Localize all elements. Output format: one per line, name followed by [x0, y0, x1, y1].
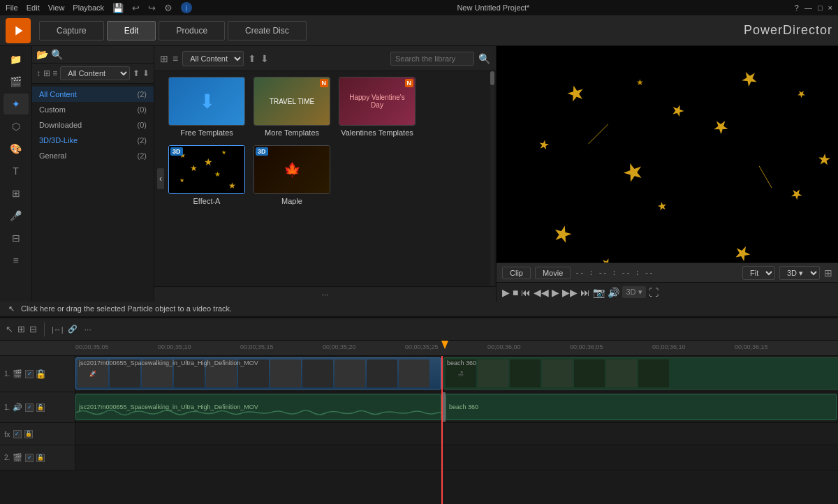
maximize-btn[interactable]: □	[818, 3, 823, 12]
search-btn[interactable]: 🔍	[478, 53, 490, 64]
fx-visibility[interactable]: ✓	[13, 430, 22, 438]
track-2-lock[interactable]: 🔓	[36, 454, 45, 462]
subtitle-icon[interactable]: ≡	[3, 250, 29, 271]
play2-btn[interactable]: ▶	[552, 287, 559, 298]
left-panel: 📁 🎬 ✦ ⬡ 🎨 T ⊞ 🎤 ⊟ ≡	[0, 46, 32, 302]
clip-mode-btn[interactable]: Clip	[502, 267, 531, 279]
edit-button[interactable]: Edit	[107, 21, 156, 40]
audio-1-header: 1. 🔊 ✓ 🔓	[0, 392, 75, 422]
fullscreen-btn[interactable]: ⛶	[649, 287, 659, 298]
fx-lock[interactable]: 🔓	[24, 430, 33, 438]
media-icon[interactable]: 🎬	[3, 71, 29, 92]
import-icon[interactable]: 📁	[3, 49, 29, 70]
scroll-left-btn[interactable]: ‹	[157, 168, 164, 189]
template-valentines-label: Valentines Templates	[341, 128, 413, 137]
video-clip-2[interactable]: 🏖 beach 360	[443, 357, 838, 390]
fx-track-content	[75, 423, 838, 445]
play-btn[interactable]: ▶	[502, 287, 510, 298]
tl-zoom-btn[interactable]: ⊟	[29, 324, 37, 334]
track-1-lock[interactable]: 🔓	[36, 370, 45, 378]
timeline-toolbar: ↖ ⊞ ⊟ |↔| 🔗 ···	[0, 318, 838, 341]
undo-icon[interactable]: ↩	[132, 3, 140, 13]
tl-cursor-btn[interactable]: ↖	[6, 324, 13, 334]
track-1-visibility[interactable]: ✓	[25, 370, 34, 378]
settings-icon[interactable]: ⚙	[164, 3, 172, 13]
template-effect-a[interactable]: ★ ★ ★ ★ ★ ★ ★ 3D Effect-A	[168, 145, 245, 205]
help-btn[interactable]: ?	[795, 3, 799, 12]
menu-edit[interactable]: Edit	[27, 3, 40, 12]
import-icon2[interactable]: ⬇	[260, 53, 269, 64]
content-filter[interactable]: All Content	[60, 66, 130, 80]
cat-3d[interactable]: 3D/3D-Like (2)	[32, 133, 154, 148]
template-valentines[interactable]: Happy Valentine's Day N Valentines Templ…	[339, 77, 416, 137]
transport-3d[interactable]: 3D ▾	[622, 286, 645, 298]
pip-icon[interactable]: ⊞	[3, 183, 29, 204]
list-view-icon[interactable]: ≡	[172, 53, 178, 64]
template-free[interactable]: ⬇ Free Templates	[168, 77, 245, 137]
next-frame-btn[interactable]: ⏭	[580, 287, 590, 298]
3d-dropdown[interactable]: 3D ▾	[779, 266, 820, 280]
rewind-btn[interactable]: ◀◀	[534, 287, 549, 298]
fx-icon: fx	[4, 430, 10, 438]
vol-btn[interactable]: 🔊	[608, 287, 619, 298]
media-import-icon[interactable]: 📂	[36, 49, 48, 60]
redo-icon[interactable]: ↪	[148, 3, 156, 13]
scrollbar-thumb[interactable]	[490, 71, 494, 85]
ff-btn[interactable]: ▶▶	[562, 287, 578, 298]
cat-custom[interactable]: Custom (0)	[32, 102, 154, 117]
sort-dropdown[interactable]: All Content	[182, 51, 244, 66]
audio-icon[interactable]: 🎤	[3, 205, 29, 226]
sort-icon[interactable]: ↕	[36, 68, 41, 78]
cat-all-content[interactable]: All Content (2)	[32, 87, 154, 102]
preview-extra-icon[interactable]: ⊞	[824, 267, 832, 279]
text-icon[interactable]: T	[3, 161, 29, 181]
audio-clip-1[interactable]: jsc2017m000655_Spacewalking_in_Ultra_Hig…	[75, 394, 441, 420]
track-2-visibility[interactable]: ✓	[25, 454, 34, 462]
filter-icons[interactable]: ⊞ ≡	[43, 68, 57, 78]
menu-view[interactable]: View	[48, 3, 65, 12]
timeline-more[interactable]: ···	[84, 325, 91, 334]
template-more[interactable]: TRAVEL TIME N More Templates	[253, 77, 330, 137]
info-icon[interactable]: i	[181, 2, 192, 13]
cat-general[interactable]: General (2)	[32, 148, 154, 163]
menu-file[interactable]: File	[6, 3, 18, 12]
export-icon[interactable]: ⬆	[248, 53, 256, 64]
vertical-scrollbar[interactable]	[490, 71, 494, 286]
prev-frame-btn[interactable]: ⏮	[521, 287, 531, 298]
create-disc-button[interactable]: Create Disc	[228, 21, 307, 40]
fx-icon[interactable]: ✦	[3, 94, 29, 114]
audio-clip-2[interactable]: beach 360	[446, 394, 837, 420]
template-maple-label: Maple	[281, 197, 302, 205]
stop-btn[interactable]: ■	[513, 287, 518, 298]
media-search-icon[interactable]: 🔍	[51, 49, 63, 60]
scroll-down-indicator[interactable]: ···	[321, 290, 328, 299]
close-btn[interactable]: ×	[828, 3, 832, 12]
snapshot-btn[interactable]: 📷	[593, 287, 605, 298]
template-maple[interactable]: 🍁 3D Maple	[253, 145, 330, 205]
tl-ripple-btn[interactable]: ⊞	[17, 324, 25, 334]
search-input[interactable]	[390, 52, 474, 66]
export-btn[interactable]: ⬇	[142, 68, 149, 78]
star-blur2: —	[585, 121, 610, 146]
filter-icon[interactable]: 🎨	[3, 138, 29, 159]
track-2-video-icon: 🎬	[13, 453, 22, 462]
save-icon[interactable]: 💾	[112, 3, 124, 13]
tl-link-btn[interactable]: 🔗	[68, 325, 78, 334]
minimize-btn[interactable]: —	[804, 3, 812, 12]
menu-playback[interactable]: Playback	[73, 3, 104, 12]
movie-mode-btn[interactable]: Movie	[535, 267, 571, 279]
capture-button[interactable]: Capture	[39, 21, 104, 40]
transition-icon[interactable]: ⬡	[3, 116, 29, 137]
ruler-0: 00;00;35;05	[75, 343, 109, 350]
chapter-icon[interactable]: ⊟	[3, 228, 29, 249]
import-btn[interactable]: ⬆	[133, 68, 140, 78]
produce-button[interactable]: Produce	[159, 21, 225, 40]
cat-downloaded[interactable]: Downloaded (0)	[32, 117, 154, 133]
fit-dropdown[interactable]: Fit	[742, 266, 775, 280]
audio-1-visibility[interactable]: ✓	[25, 403, 34, 412]
tl-snap-btn[interactable]: |↔|	[52, 325, 64, 334]
grid-view-icon[interactable]: ⊞	[160, 53, 168, 64]
audio-1-lock[interactable]: 🔓	[36, 403, 45, 412]
track-1-header: 1. 🎬 ✓ 🔓	[0, 356, 75, 392]
video-clip-1[interactable]: 🚀 jsc2017m000655_Spacewalking_in_Ul	[75, 357, 441, 390]
